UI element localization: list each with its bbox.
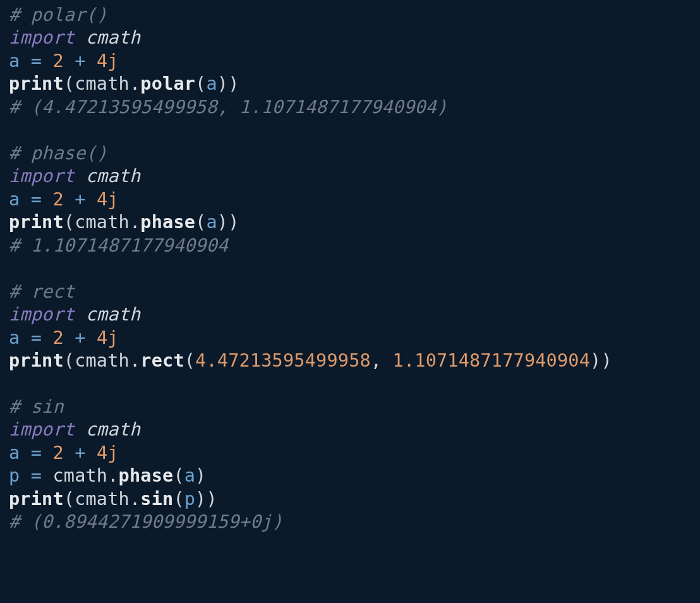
dot: . bbox=[130, 73, 140, 94]
comment-polar-out: # (4.47213595499958, 1.1071487177940904) bbox=[9, 97, 447, 118]
keyword-import: import bbox=[9, 304, 75, 325]
paren: ( bbox=[64, 73, 75, 94]
mod-ref: cmath bbox=[75, 489, 130, 509]
fn-phase: phase bbox=[140, 212, 195, 233]
op-plus: + bbox=[75, 189, 85, 210]
dot: . bbox=[107, 465, 118, 486]
num-2: 2 bbox=[52, 189, 63, 210]
paren: )) bbox=[195, 489, 217, 509]
op-eq: = bbox=[31, 465, 42, 486]
num-4j: 4j bbox=[97, 442, 119, 463]
var-a: a bbox=[9, 189, 20, 210]
paren: ( bbox=[64, 489, 75, 509]
var-a: a bbox=[9, 51, 20, 71]
arg1: 4.47213595499958 bbox=[195, 350, 371, 371]
paren: ( bbox=[195, 73, 206, 94]
paren: ) bbox=[195, 465, 206, 486]
fn-polar: polar bbox=[140, 73, 195, 94]
op-eq: = bbox=[31, 327, 42, 348]
dot: . bbox=[130, 489, 140, 509]
op-plus: + bbox=[75, 327, 85, 348]
module-cmath: cmath bbox=[86, 166, 141, 186]
var-a: a bbox=[9, 327, 20, 348]
dot: . bbox=[130, 350, 140, 371]
paren: ( bbox=[173, 465, 184, 486]
comment-sin-out: # (0.8944271909999159+0j) bbox=[9, 511, 283, 532]
dot: . bbox=[130, 212, 140, 233]
paren: ( bbox=[64, 350, 75, 371]
comment-phase: # phase() bbox=[9, 143, 107, 164]
paren: ( bbox=[64, 212, 75, 233]
op-eq: = bbox=[31, 51, 42, 71]
keyword-import: import bbox=[9, 419, 75, 440]
keyword-import: import bbox=[9, 27, 75, 48]
var-p: p bbox=[9, 465, 20, 486]
paren: )) bbox=[217, 73, 239, 94]
fn-print: print bbox=[9, 350, 64, 371]
op-plus: + bbox=[75, 442, 85, 463]
paren: )) bbox=[590, 350, 612, 371]
mod-ref: cmath bbox=[75, 212, 130, 233]
mod-ref: cmath bbox=[75, 350, 130, 371]
num-2: 2 bbox=[52, 51, 63, 71]
num-4j: 4j bbox=[97, 189, 119, 210]
paren: ( bbox=[195, 212, 206, 233]
mod-ref: cmath bbox=[52, 465, 107, 486]
fn-phase: phase bbox=[119, 465, 174, 486]
comma: , bbox=[371, 350, 393, 371]
arg-a: a bbox=[206, 73, 217, 94]
module-cmath: cmath bbox=[86, 304, 141, 325]
code-block: # polar() import cmath a = 2 + 4j print(… bbox=[0, 0, 700, 538]
module-cmath: cmath bbox=[86, 27, 141, 48]
op-eq: = bbox=[31, 442, 42, 463]
num-2: 2 bbox=[52, 442, 63, 463]
comment-phase-out: # 1.1071487177940904 bbox=[9, 235, 228, 256]
fn-sin: sin bbox=[140, 489, 173, 509]
fn-print: print bbox=[9, 73, 64, 94]
num-4j: 4j bbox=[97, 51, 119, 71]
comment-sin: # sin bbox=[9, 396, 64, 417]
comment-rect: # rect bbox=[9, 281, 75, 302]
paren: ( bbox=[173, 489, 184, 509]
fn-rect: rect bbox=[140, 350, 184, 371]
arg2: 1.1071487177940904 bbox=[393, 350, 590, 371]
paren: ( bbox=[184, 350, 195, 371]
num-2: 2 bbox=[52, 327, 63, 348]
fn-print: print bbox=[9, 489, 64, 509]
num-4j: 4j bbox=[97, 327, 119, 348]
op-eq: = bbox=[31, 189, 42, 210]
mod-ref: cmath bbox=[75, 73, 130, 94]
op-plus: + bbox=[75, 51, 85, 71]
arg-a: a bbox=[206, 212, 217, 233]
fn-print: print bbox=[9, 212, 64, 233]
comment-polar: # polar() bbox=[9, 4, 107, 25]
module-cmath: cmath bbox=[86, 419, 141, 440]
arg-a: a bbox=[184, 465, 195, 486]
keyword-import: import bbox=[9, 166, 75, 186]
arg-p: p bbox=[184, 489, 195, 509]
var-a: a bbox=[9, 442, 20, 463]
paren: )) bbox=[217, 212, 239, 233]
